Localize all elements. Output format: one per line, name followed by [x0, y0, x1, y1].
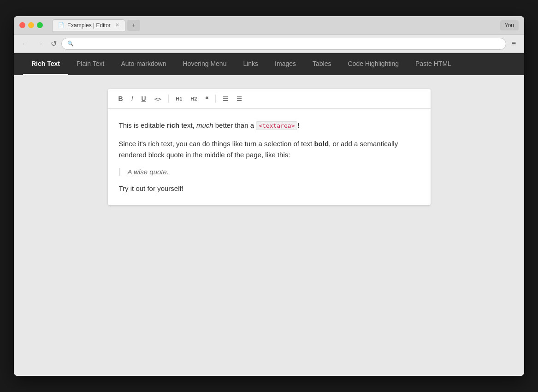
main-content: B I U <> H1 H2 ❝ ☰ ☰ This is editable ri… — [14, 75, 524, 376]
tab-paste-html[interactable]: Paste HTML — [407, 53, 460, 75]
tab-links[interactable]: Links — [235, 53, 266, 75]
editor-body[interactable]: This is editable rich text, much better … — [108, 109, 431, 205]
browser-tab[interactable]: 📄 Examples | Editor ✕ — [52, 19, 125, 31]
blockquote-text: A wise quote. — [128, 168, 169, 176]
para1-post: better than a — [213, 121, 256, 129]
para1-italic: much — [196, 121, 213, 129]
code-button[interactable]: <> — [151, 94, 165, 104]
address-bar[interactable]: 🔍 — [61, 38, 506, 50]
para1-end: ! — [297, 121, 299, 129]
tab-title: Examples | Editor — [67, 22, 111, 29]
tab-plain-text[interactable]: Plain Text — [68, 53, 112, 75]
h1-button[interactable]: H1 — [172, 95, 185, 103]
traffic-lights — [19, 22, 43, 28]
tab-bar: 📄 Examples | Editor ✕ + — [52, 19, 140, 31]
ordered-list-button[interactable]: ☰ — [233, 94, 245, 104]
app-nav: Rich Text Plain Text Auto-markdown Hover… — [14, 53, 524, 75]
para2-pre: Since it's rich text, you can do things … — [119, 140, 314, 148]
unordered-list-button[interactable]: ☰ — [219, 94, 231, 104]
blockquote-button[interactable]: ❝ — [202, 94, 212, 104]
para1-bold: rich — [167, 121, 180, 129]
tab-close-icon[interactable]: ✕ — [115, 22, 119, 28]
browser-window: 📄 Examples | Editor ✕ + You ← → ↺ 🔍 ≡ Ri… — [14, 16, 524, 376]
editor-container: B I U <> H1 H2 ❝ ☰ ☰ This is editable ri… — [108, 89, 431, 205]
para1-pre: This is editable — [119, 121, 167, 129]
tab-tables[interactable]: Tables — [304, 53, 339, 75]
back-button[interactable]: ← — [18, 38, 31, 50]
paragraph-1[interactable]: This is editable rich text, much better … — [119, 120, 420, 131]
title-bar: 📄 Examples | Editor ✕ + You — [14, 16, 524, 35]
editor-toolbar: B I U <> H1 H2 ❝ ☰ ☰ — [108, 89, 431, 109]
browser-menu-button[interactable]: ≡ — [508, 38, 520, 50]
reload-button[interactable]: ↺ — [48, 37, 59, 50]
h2-button[interactable]: H2 — [187, 95, 200, 103]
tab-code-highlighting[interactable]: Code Highlighting — [340, 53, 408, 75]
para1-mid: text, — [179, 121, 196, 129]
forward-button[interactable]: → — [33, 38, 46, 50]
para2-bold: bold — [314, 140, 329, 148]
para1-code: <textarea> — [256, 121, 297, 130]
tab-images[interactable]: Images — [266, 53, 304, 75]
toolbar-separator-2 — [215, 95, 216, 103]
nav-bar: ← → ↺ 🔍 ≡ — [14, 35, 524, 53]
bold-button[interactable]: B — [115, 94, 126, 104]
para3-text: Try it out for yourself! — [119, 184, 183, 192]
search-icon: 🔍 — [67, 41, 74, 47]
tab-rich-text[interactable]: Rich Text — [23, 53, 68, 75]
italic-button[interactable]: I — [128, 94, 136, 104]
toolbar-separator-1 — [168, 95, 169, 103]
underline-button[interactable]: U — [138, 94, 149, 104]
blockquote[interactable]: A wise quote. — [119, 168, 420, 176]
tab-auto-markdown[interactable]: Auto-markdown — [112, 53, 174, 75]
tab-document-icon: 📄 — [58, 22, 65, 28]
new-tab-button[interactable]: + — [127, 20, 140, 31]
minimize-button[interactable] — [28, 22, 34, 28]
paragraph-3[interactable]: Try it out for yourself! — [119, 183, 420, 194]
maximize-button[interactable] — [37, 22, 43, 28]
user-button[interactable]: You — [500, 20, 519, 30]
paragraph-2[interactable]: Since it's rich text, you can do things … — [119, 138, 420, 160]
close-button[interactable] — [19, 22, 25, 28]
tab-hovering-menu[interactable]: Hovering Menu — [174, 53, 235, 75]
